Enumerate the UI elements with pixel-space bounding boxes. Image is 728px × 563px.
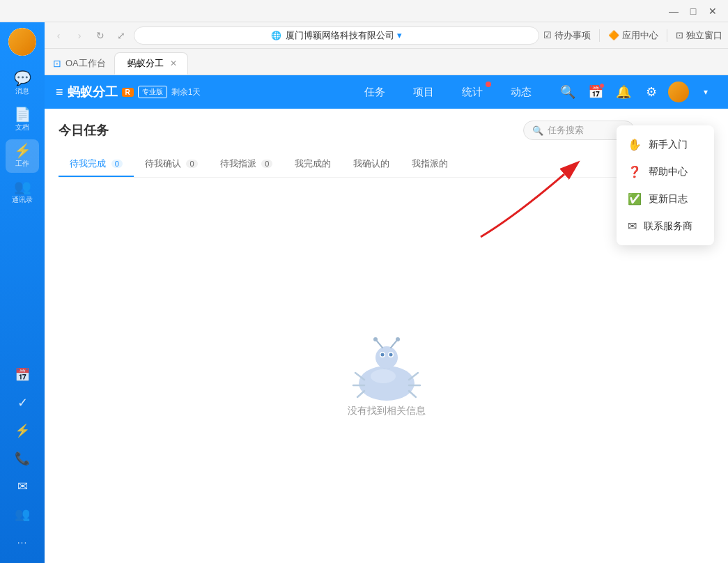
sidebar-label-work: 工作 [15,159,29,169]
remaining-text: 剩余1天 [171,86,201,98]
empty-text: 没有找到相关信息 [348,405,426,417]
avatar[interactable] [8,28,36,56]
help-icon: ❓ [628,165,642,178]
tab-confirmed[interactable]: 我确认的 [342,152,401,177]
work-icon: ⚡ [14,144,31,157]
sidebar-calendar-button[interactable]: 📅 [8,362,36,387]
title-bar: — □ ✕ [0,0,728,22]
pending-complete-count: 0 [111,160,123,168]
tab-pending-assign[interactable]: 待我指派 0 [209,152,284,177]
svg-point-10 [375,346,398,369]
expand-button[interactable]: ⤢ [113,27,130,44]
guide-icon: ✋ [628,138,642,151]
settings-button[interactable]: ⚙ [640,81,663,103]
page-title: 今日任务 [59,122,109,139]
company-name: 厦门博颖网络科技有限公司 ▾ [286,29,402,42]
changelog-icon: ✅ [628,192,642,206]
document-icon: 📄 [14,107,31,121]
app-icon: 🔶 [608,30,619,40]
chevron-button[interactable]: ▾ [695,81,717,103]
maximize-button[interactable]: □ [683,1,703,21]
hamburger-menu[interactable]: ≡ [56,85,63,100]
minimize-button[interactable]: — [664,1,683,21]
tab-oa[interactable]: ⊡ OA工作台 [45,52,114,75]
bell-button[interactable]: 🔔 [612,81,635,103]
pro-badge: 专业版 [138,86,167,98]
search-button[interactable]: 🔍 [557,81,579,103]
close-button[interactable]: ✕ [703,1,722,21]
window-action[interactable]: ⊡ 独立窗口 [676,29,722,42]
tab-pending-confirm[interactable]: 待我确认 0 [134,152,209,177]
sidebar-item-work[interactable]: ⚡ 工作 [6,139,39,173]
ant-tab-label: 蚂蚁分工 [127,57,164,70]
menu-stats[interactable]: 统计 [456,83,488,102]
calendar-badge [599,83,605,88]
sidebar-bottom: 📅 ✓ ⚡ 📞 ✉ 👥 ··· [8,362,36,563]
tab-completed[interactable]: 我完成的 [284,152,342,177]
divider-2 [667,29,667,42]
sidebar-mail-button[interactable]: ✉ [8,474,36,499]
app-container: 💬 消息 📄 文档 ⚡ 工作 👥 通讯录 📅 ✓ ⚡ 📞 ✉ 👥 ··· [0,22,728,563]
dropdown-menu: ✋ 新手入门 ❓ 帮助中心 ✅ 更新日志 ✉ 联系服务商 [617,125,714,245]
contact-icon: ✉ [628,219,637,233]
globe-icon: 🌐 [271,31,281,40]
tab-assigned[interactable]: 我指派的 [401,152,459,177]
dropdown-contact[interactable]: ✉ 联系服务商 [617,213,714,240]
pending-assign-count: 0 [261,160,272,168]
ant-svg [345,324,428,401]
window-icon: ⊡ [676,30,683,40]
svg-point-8 [371,369,396,383]
pending-confirm-count: 0 [186,160,197,168]
svg-point-14 [389,353,392,356]
sidebar-item-contacts[interactable]: 👥 通讯录 [6,176,39,209]
svg-line-21 [357,391,364,397]
top-nav-menu: 任务 项目 统计 动态 [359,83,537,102]
sidebar-check-button[interactable]: ✓ [8,390,36,415]
tabs-bar: ⊡ OA工作台 蚂蚁分工 ✕ [45,49,728,75]
svg-point-16 [373,337,378,341]
top-nav-actions: 🔍 📅 🔔 ⚙ ▾ [557,81,717,103]
sidebar-item-document[interactable]: 📄 文档 [6,103,39,137]
address-input[interactable]: 🌐 厦门博颖网络科技有限公司 ▾ [134,26,539,45]
forward-button[interactable]: › [71,27,88,44]
stats-badge [486,82,491,87]
address-bar-right: ☑ 待办事项 🔶 应用中心 ⊡ 独立窗口 [543,29,722,42]
user-avatar[interactable] [668,82,689,102]
back-button[interactable]: ‹ [50,27,67,44]
app-logo: ≡ 蚂蚁分工 R 专业版 剩余1天 [56,84,201,100]
pending-action[interactable]: ☑ 待办事项 [543,29,591,42]
empty-illustration [345,324,428,394]
calendar-button[interactable]: 📅 [584,81,607,103]
sidebar-lightning-button[interactable]: ⚡ [8,418,36,443]
oa-tab-icon: ⊡ [53,58,61,69]
sidebar-label-message: 消息 [15,86,29,96]
menu-dynamic[interactable]: 动态 [505,83,537,102]
svg-line-24 [409,391,416,397]
contacts-icon: 👥 [14,180,31,194]
task-tabs: 待我完成 0 待我确认 0 待我指派 0 我完成的 我确认的 [59,152,714,178]
dropdown-help[interactable]: ❓ 帮助中心 [617,158,714,185]
app-center-action[interactable]: 🔶 应用中心 [608,29,658,42]
sidebar-label-contacts: 通讯录 [12,195,33,205]
version-badge: R [122,88,134,97]
tab-close-button[interactable]: ✕ [168,58,179,69]
avatar-image [8,28,36,56]
content-area: ‹ › ↻ ⤢ 🌐 厦门博颖网络科技有限公司 ▾ ☑ 待办事项 🔶 应用中 [45,22,728,563]
dropdown-guide[interactable]: ✋ 新手入门 [617,131,714,158]
sidebar-label-document: 文档 [15,123,29,132]
sidebar-more-button[interactable]: ··· [8,530,36,555]
menu-project[interactable]: 项目 [408,83,440,102]
menu-task[interactable]: 任务 [359,83,391,102]
page-header: 今日任务 🔍 任务搜索 👁 [59,120,714,141]
tab-pending-complete[interactable]: 待我完成 0 [59,152,134,177]
sidebar-item-message[interactable]: 💬 消息 [6,67,39,100]
dropdown-changelog[interactable]: ✅ 更新日志 [617,185,714,213]
sidebar-phone-button[interactable]: 📞 [8,446,36,471]
search-icon: 🔍 [532,125,543,136]
refresh-button[interactable]: ↻ [92,27,109,44]
sidebar-group-button[interactable]: 👥 [8,502,36,527]
oa-tab-label: OA工作台 [65,57,106,70]
search-placeholder: 任务搜索 [548,124,584,137]
address-bar: ‹ › ↻ ⤢ 🌐 厦门博颖网络科技有限公司 ▾ ☑ 待办事项 🔶 应用中 [45,22,728,49]
tab-ant[interactable]: 蚂蚁分工 ✕ [114,52,188,75]
